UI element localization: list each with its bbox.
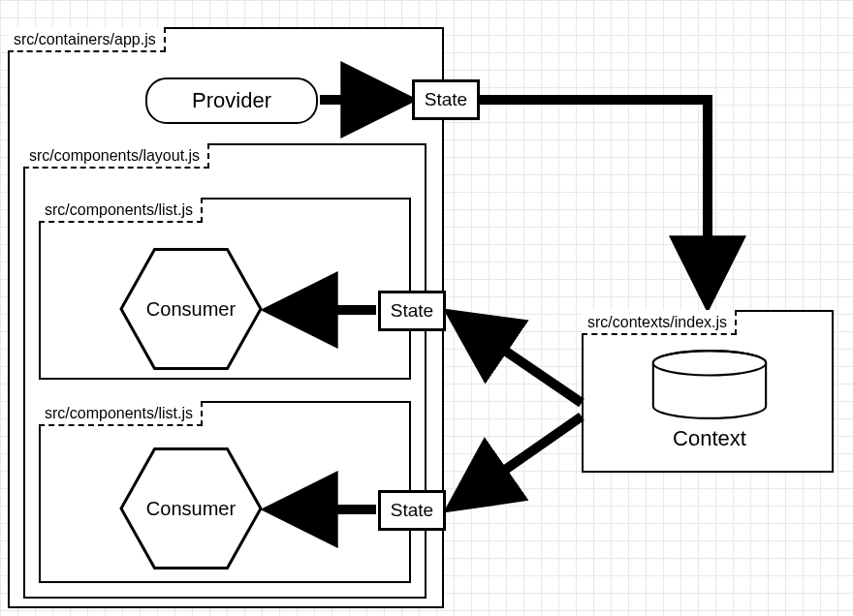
node-provider-label: Provider xyxy=(192,88,271,113)
node-state-bot: State xyxy=(378,490,446,531)
file-label-list-1: src/components/list.js xyxy=(39,198,203,223)
node-consumer-2: Consumer xyxy=(118,446,264,571)
node-consumer-1-label: Consumer xyxy=(146,298,236,321)
node-consumer-2-label: Consumer xyxy=(146,498,236,520)
node-context-label: Context xyxy=(673,426,746,451)
edge-context-state-mid xyxy=(454,316,582,403)
edge-state-context xyxy=(480,100,708,300)
file-label-layout: src/components/layout.js xyxy=(23,143,209,169)
edge-context-state-bot xyxy=(454,416,582,506)
node-state-bot-label: State xyxy=(391,500,433,521)
node-context: Context xyxy=(648,349,772,451)
node-state-top: State xyxy=(412,79,480,120)
node-state-mid: State xyxy=(378,291,446,331)
file-label-contexts: src/contexts/index.js xyxy=(582,310,737,335)
file-label-list-2: src/components/list.js xyxy=(39,401,203,426)
node-state-mid-label: State xyxy=(391,300,433,322)
node-provider: Provider xyxy=(145,77,318,124)
node-state-top-label: State xyxy=(425,89,467,110)
node-consumer-1: Consumer xyxy=(118,246,264,372)
file-label-app: src/containers/app.js xyxy=(8,27,166,52)
cylinder-icon xyxy=(648,349,772,420)
